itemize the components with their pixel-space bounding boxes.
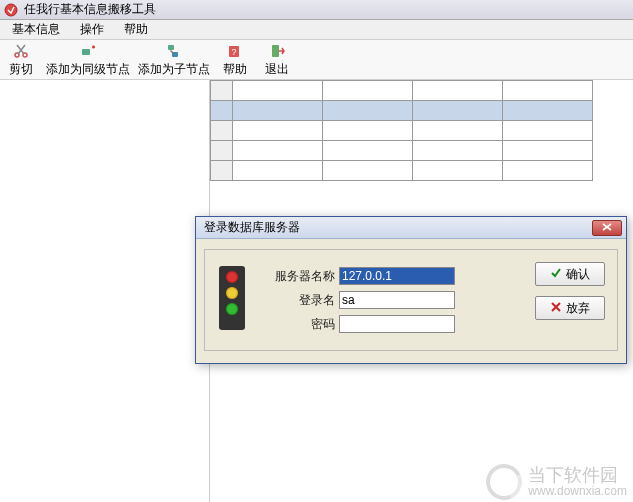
svg-rect-5	[172, 52, 178, 57]
toolbar-add-sibling[interactable]: 添加为同级节点	[46, 42, 130, 78]
add-sibling-icon	[79, 42, 97, 60]
login-input[interactable]	[339, 291, 455, 309]
login-dialog: 登录数据库服务器 服务器名称 登录名	[195, 216, 627, 364]
exit-icon	[268, 42, 286, 60]
ok-button[interactable]: 确认	[535, 262, 605, 286]
toolbar-help[interactable]: ? 帮助	[218, 42, 252, 78]
table-row	[211, 101, 593, 121]
toolbar-add-child[interactable]: 添加为子节点	[138, 42, 210, 78]
close-icon	[602, 222, 612, 233]
watermark-logo-icon	[481, 459, 527, 502]
title-bar: 任我行基本信息搬移工具	[0, 0, 633, 20]
menu-help[interactable]: 帮助	[114, 19, 158, 40]
table-row	[211, 81, 593, 101]
toolbar-label: 添加为子节点	[138, 61, 210, 78]
dialog-panel: 服务器名称 登录名 密码 确认	[204, 249, 618, 351]
app-icon	[4, 3, 18, 17]
cancel-button[interactable]: 放弃	[535, 296, 605, 320]
add-child-icon	[165, 42, 183, 60]
dialog-body: 服务器名称 登录名 密码 确认	[196, 239, 626, 363]
traffic-light-icon	[219, 266, 245, 330]
toolbar: 剪切 添加为同级节点 添加为子节点 ? 帮助 退出	[0, 40, 633, 80]
help-icon: ?	[226, 42, 244, 60]
toolbar-exit[interactable]: 退出	[260, 42, 294, 78]
svg-rect-4	[168, 45, 174, 50]
svg-point-0	[5, 4, 17, 16]
cancel-label: 放弃	[566, 300, 590, 317]
form-rows: 服务器名称 登录名 密码	[263, 264, 495, 336]
password-label: 密码	[263, 316, 339, 333]
tree-panel[interactable]	[0, 80, 210, 502]
table-row	[211, 141, 593, 161]
cross-icon	[550, 301, 562, 316]
data-grid[interactable]	[210, 80, 593, 181]
scissors-icon	[12, 42, 30, 60]
watermark-line1: 当下软件园	[528, 466, 627, 486]
ok-label: 确认	[566, 266, 590, 283]
row-login: 登录名	[263, 288, 495, 312]
table-row	[211, 161, 593, 181]
dialog-title-bar[interactable]: 登录数据库服务器	[196, 217, 626, 239]
table-row	[211, 121, 593, 141]
toolbar-label: 添加为同级节点	[46, 61, 130, 78]
window-title: 任我行基本信息搬移工具	[24, 1, 156, 18]
menu-bar: 基本信息 操作 帮助	[0, 20, 633, 40]
menu-operate[interactable]: 操作	[70, 19, 114, 40]
toolbar-label: 退出	[265, 61, 289, 78]
dialog-close-button[interactable]	[592, 220, 622, 236]
watermark-line2: www.downxia.com	[528, 485, 627, 498]
server-label: 服务器名称	[263, 268, 339, 285]
password-input[interactable]	[339, 315, 455, 333]
row-password: 密码	[263, 312, 495, 336]
toolbar-cut[interactable]: 剪切	[4, 42, 38, 78]
toolbar-label: 剪切	[9, 61, 33, 78]
toolbar-label: 帮助	[223, 61, 247, 78]
svg-text:?: ?	[231, 47, 236, 57]
svg-rect-3	[82, 49, 90, 55]
dialog-buttons: 确认 放弃	[535, 262, 605, 320]
login-label: 登录名	[263, 292, 339, 309]
svg-rect-8	[272, 45, 279, 57]
menu-basic-info[interactable]: 基本信息	[2, 19, 70, 40]
server-input[interactable]	[339, 267, 455, 285]
watermark: 当下软件园 www.downxia.com	[486, 464, 627, 500]
row-server: 服务器名称	[263, 264, 495, 288]
check-icon	[550, 267, 562, 282]
dialog-title: 登录数据库服务器	[204, 219, 300, 236]
